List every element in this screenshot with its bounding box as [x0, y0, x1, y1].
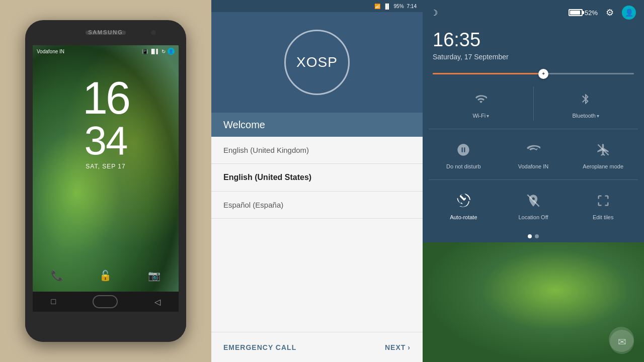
phone-camera-icon[interactable]: 📷 [148, 269, 160, 282]
airplane-icon [593, 139, 614, 160]
battery-fill [570, 11, 580, 15]
battery-icon [569, 9, 583, 16]
phone-camera [151, 30, 156, 35]
sun-icon: ✦ [541, 71, 545, 76]
qs-date: Saturday, 17 September [423, 53, 644, 69]
qs-time: 16:35 [423, 25, 644, 53]
xosp-time: 7:14 [407, 4, 417, 9]
qs-tile-dnd[interactable]: Do not disturb [429, 133, 499, 175]
wifi-icon [470, 88, 492, 110]
edit-tiles-label: Edit tiles [593, 214, 614, 220]
phone-nav-bar: □ ◁ [33, 292, 179, 312]
bluetooth-label: Bluetooth [573, 113, 596, 119]
dnd-icon [453, 139, 474, 160]
xosp-language-list: English (United Kingdom) English (United… [211, 137, 423, 332]
wifi-chevron-icon: ▾ [487, 113, 489, 119]
language-item-en-uk[interactable]: English (United Kingdom) [211, 137, 423, 164]
qs-wallpaper-preview: ✉ [423, 242, 644, 362]
phone-screen: Vodafone IN 📳 ▐▌▌ ↻ 👤 16 34 SAT, SEP 17 … [33, 45, 179, 292]
location-label: Location Off [518, 214, 548, 220]
phone-home-btn[interactable] [93, 295, 118, 308]
bluetooth-icon [575, 88, 596, 110]
phone-hour: 16 [33, 75, 179, 121]
sync-icon: ↻ [162, 49, 166, 54]
brightness-slider[interactable]: ✦ [433, 73, 634, 74]
xosp-panel: 📶 ▐▌ 95% 7:14 XOSP Welcome English (Unit… [211, 0, 423, 362]
signal-icon: ▐▌▌ [150, 49, 159, 54]
phone-panel: SAMSUNG Vodafone IN 📳 ▐▌▌ ↻ 👤 16 34 [0, 0, 211, 362]
phone-call-icon[interactable]: 📞 [51, 269, 63, 282]
location-off-icon [523, 190, 544, 211]
autorotate-icon [453, 190, 474, 211]
edit-tiles-icon [593, 190, 614, 211]
qs-battery: 52% [569, 9, 598, 17]
brightness-thumb[interactable]: ✦ [538, 69, 548, 79]
xosp-logo: XOSP [284, 30, 350, 95]
xosp-battery-text: 95% [394, 4, 404, 9]
quicksettings-panel: ☽ 52% ⚙ 👤 16:35 Saturday, 17 September ✦ [423, 0, 644, 362]
phone-status-bar: Vodafone IN 📳 ▐▌▌ ↻ 👤 [33, 45, 179, 57]
phone-device: SAMSUNG Vodafone IN 📳 ▐▌▌ ↻ 👤 16 34 [25, 20, 186, 342]
signal-label: Vodafone IN [518, 163, 549, 169]
dnd-label: Do not disturb [446, 163, 480, 169]
qs-fab-button[interactable]: ✉ [610, 330, 634, 354]
battery-percentage: 52% [585, 9, 598, 17]
phone-unlock-icon[interactable]: 🔓 [99, 269, 112, 282]
xosp-wifi-icon: 📶 [374, 4, 380, 9]
qs-tile-bluetooth[interactable]: Bluetooth ▾ [534, 82, 638, 125]
emergency-call-button[interactable]: EMERGENCY CALL [223, 343, 296, 351]
user-avatar-icon[interactable]: 👤 [622, 6, 636, 20]
qs-tile-signal[interactable]: Vodafone IN [499, 133, 569, 175]
qs-tiles-row2: Do not disturb Vodafone IN Aeroplane mod… [423, 129, 644, 179]
phone-back-btn[interactable]: ◁ [154, 297, 160, 307]
bluetooth-label-row: Bluetooth ▾ [573, 113, 599, 119]
qs-tile-wifi[interactable]: Wi-Fi ▾ [429, 82, 533, 125]
qs-dot-1[interactable] [528, 234, 532, 238]
xosp-header: XOSP [211, 12, 423, 113]
xosp-bottom-bar: EMERGENCY CALL NEXT › [211, 332, 423, 362]
phone-top-bezel: SAMSUNG [25, 20, 186, 45]
next-button[interactable]: NEXT › [385, 343, 411, 351]
xosp-logo-text: XOSP [296, 54, 338, 70]
airplane-label: Aeroplane mode [583, 163, 623, 169]
qs-tile-autorotate[interactable]: Auto-rotate [429, 184, 499, 226]
autorotate-label: Auto-rotate [450, 214, 477, 220]
phone-recents-btn[interactable]: □ [51, 297, 56, 306]
signal-bars-icon [523, 139, 544, 160]
brightness-fill [433, 73, 543, 74]
xosp-welcome-bar: Welcome [211, 113, 423, 137]
vibrate-icon: 📳 [142, 49, 148, 54]
qs-top-bar: ☽ 52% ⚙ 👤 [423, 0, 644, 25]
wifi-label-row: Wi-Fi ▾ [472, 113, 489, 119]
qs-tile-edit[interactable]: Edit tiles [568, 184, 638, 226]
message-icon: ✉ [618, 336, 626, 348]
settings-icon[interactable]: ⚙ [606, 7, 614, 18]
wifi-label: Wi-Fi [472, 113, 486, 119]
xosp-status-bar: 📶 ▐▌ 95% 7:14 [211, 0, 423, 12]
xosp-signal-icon: ▐▌ [383, 4, 390, 9]
qs-tiles-row3: Auto-rotate Location Off Edit tiles [423, 180, 644, 230]
chevron-right-icon: › [408, 343, 411, 351]
phone-bottom-icons: 📞 🔓 📷 [33, 269, 179, 282]
phone-carrier: Vodafone IN [37, 49, 64, 54]
phone-minute: 34 [33, 121, 179, 161]
phone-bottom-bezel [25, 312, 186, 342]
phone-clock: 16 34 SAT, SEP 17 [33, 75, 179, 170]
qs-brightness-row: ✦ [423, 69, 644, 78]
qs-page-dots [423, 230, 644, 242]
qs-dot-2[interactable] [535, 234, 539, 238]
qs-moon-icon: ☽ [431, 8, 438, 18]
bluetooth-chevron-icon: ▾ [597, 113, 599, 119]
language-item-es[interactable]: Español (España) [211, 192, 423, 219]
xosp-welcome-text: Welcome [223, 119, 265, 131]
qs-tile-location[interactable]: Location Off [499, 184, 569, 226]
language-item-en-us[interactable]: English (United States) [211, 164, 423, 192]
phone-date: SAT, SEP 17 [33, 163, 179, 170]
phone-brand: SAMSUNG [88, 29, 123, 35]
qs-tile-airplane[interactable]: Aeroplane mode [568, 133, 638, 175]
qs-tiles-row1: Wi-Fi ▾ Bluetooth ▾ [423, 78, 644, 129]
avatar-icon: 👤 [168, 48, 175, 55]
phone-status-icons: 📳 ▐▌▌ ↻ 👤 [142, 48, 175, 55]
